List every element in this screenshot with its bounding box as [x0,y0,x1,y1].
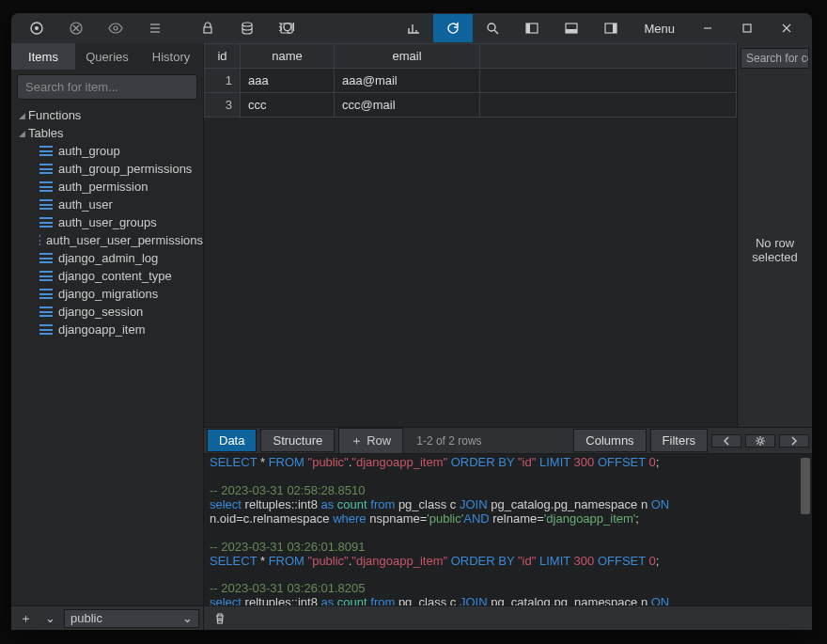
table-icon [39,199,53,210]
grid-toolbar: Data Structure ＋Row 1-2 of 2 rows Column… [204,427,812,453]
table-icon [39,181,53,192]
items-tree: ◢Functions ◢Tables auth_group auth_group… [11,104,203,605]
gear-icon[interactable] [745,434,775,448]
sql-console[interactable]: SELECT * FROM "public"."djangoapp_item" … [204,453,812,605]
table-item[interactable]: django_migrations [11,285,203,303]
inspector-empty: No row selected [738,73,812,427]
plus-icon[interactable]: ＋ [15,608,36,629]
table-item[interactable]: auth_group [11,142,203,160]
svg-rect-12 [566,29,577,33]
svg-rect-14 [613,24,616,33]
data-grid: id name email 1 aaa aaa@mail 3 ccc ccc@m… [204,43,737,427]
sidebar-bottom-bar: ＋ ⌄ public⌄ [11,605,203,630]
titlebar: SQL Menu [11,13,812,43]
minimize-icon[interactable] [688,14,727,42]
tree-tables[interactable]: ◢Tables [11,124,203,142]
column-header[interactable]: id [205,44,241,69]
table-item[interactable]: django_admin_log [11,249,203,267]
tab-history[interactable]: History [139,43,203,70]
table-item[interactable]: django_content_type [11,267,203,285]
columns-button[interactable]: Columns [573,429,646,452]
chevron-down-icon: ⌄ [182,611,193,625]
table-row[interactable]: 1 aaa aaa@mail [205,69,737,93]
svg-point-1 [35,26,39,30]
search-input[interactable]: Search for item... [17,74,197,100]
trash-icon[interactable] [210,608,230,629]
column-header[interactable]: email [335,44,480,69]
sql-icon[interactable]: SQL [267,14,306,42]
eye-icon[interactable] [96,14,135,42]
svg-text:SQL: SQL [279,21,294,34]
panel-left-icon[interactable] [512,14,552,42]
chevron-down-icon[interactable]: ⌄ [39,608,60,629]
table-icon [39,146,53,156]
column-header[interactable]: name [241,44,335,69]
scrollbar[interactable] [801,458,810,514]
schema-select[interactable]: public⌄ [64,609,199,628]
panel-bottom-icon[interactable] [552,14,591,42]
app-window: SQL Menu Items Queries History Search fo… [11,13,812,630]
next-page-button[interactable] [779,434,809,448]
table-item[interactable]: djangoapp_item [11,321,203,338]
row-info: 1-2 of 2 rows [407,434,491,448]
svg-rect-15 [743,24,751,32]
table-item[interactable]: auth_user [11,196,203,213]
table-icon [39,235,40,245]
panel-right-icon[interactable] [591,14,631,42]
inspector-search[interactable]: Search for col [741,48,809,69]
svg-point-5 [242,23,252,26]
svg-rect-4 [204,27,211,33]
table-item[interactable]: django_session [11,303,203,321]
table-row[interactable]: 3 ccc ccc@mail [205,93,737,118]
sidebar: Items Queries History Search for item...… [11,43,204,630]
table-icon [39,253,53,263]
prev-page-button[interactable] [711,434,741,448]
inspector-panel: Search for col No row selected [737,43,812,427]
tab-items[interactable]: Items [11,43,75,70]
close-icon[interactable] [767,14,806,42]
structure-button[interactable]: Structure [260,429,335,452]
console-toolbar [204,605,812,630]
table-icon [39,289,53,299]
table-icon [39,164,53,174]
table-icon [39,306,53,317]
table-icon [39,271,53,281]
cancel-icon[interactable] [56,14,96,42]
table-icon [39,324,53,335]
main: id name email 1 aaa aaa@mail 3 ccc ccc@m… [204,43,812,630]
table-item[interactable]: auth_user_user_permissions [11,231,203,249]
table-icon [39,217,53,228]
database-icon[interactable] [227,14,267,42]
menu-button[interactable]: Menu [631,22,688,36]
data-button[interactable]: Data [207,429,257,452]
app-icon[interactable] [17,14,56,42]
svg-point-8 [488,24,495,31]
table-item[interactable]: auth_permission [11,178,203,196]
lock-icon[interactable] [188,14,227,42]
list-icon[interactable] [135,14,175,42]
svg-rect-10 [526,24,530,33]
chart-icon[interactable] [394,14,433,42]
refresh-icon[interactable] [433,14,473,42]
table-item[interactable]: auth_group_permissions [11,160,203,178]
search-icon[interactable] [473,14,512,42]
table-item[interactable]: auth_user_groups [11,213,203,231]
svg-point-3 [114,26,117,30]
svg-point-16 [758,439,762,443]
column-header[interactable] [480,44,737,69]
maximize-icon[interactable] [727,14,767,42]
filters-button[interactable]: Filters [650,429,708,452]
tab-queries[interactable]: Queries [75,43,139,70]
tree-functions[interactable]: ◢Functions [11,106,203,124]
plus-icon: ＋ [351,432,363,449]
add-row-button[interactable]: ＋Row [338,428,403,454]
